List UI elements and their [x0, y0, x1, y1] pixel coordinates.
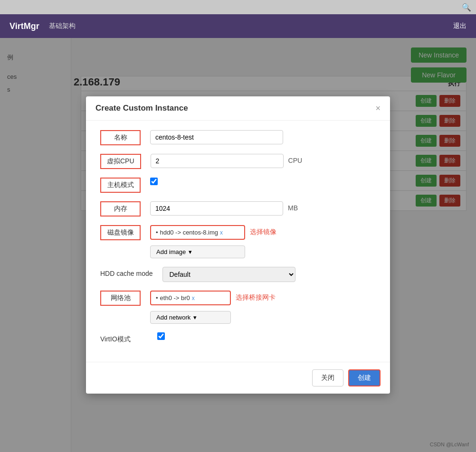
add-image-label: Add image	[156, 248, 186, 255]
name-label: 名称	[100, 130, 141, 145]
modal-close-button[interactable]: ×	[375, 104, 381, 113]
host-mode-label: 主机模式	[100, 178, 141, 193]
modal-close-footer-button[interactable]: 关闭	[312, 369, 343, 386]
form-row-network: 网络池 • eth0 -> br0 x Add network ▾ 选择桥接	[100, 291, 376, 324]
browser-bar: 🔍	[0, 0, 476, 14]
modal-title: Create Custom Instance	[95, 104, 188, 113]
disk-tag-text: hdd0 -> centos-8.img	[160, 229, 218, 236]
hdd-cache-label: HDD cache mode	[100, 267, 153, 277]
cpu-label: 虚拟CPU	[100, 154, 141, 169]
network-dropdown-arrow-icon: ▾	[193, 314, 197, 321]
logout-button[interactable]: 退出	[453, 22, 466, 30]
nav-item-infrastructure[interactable]: 基础架构	[49, 22, 76, 30]
network-tag-remove-icon[interactable]: x	[192, 295, 195, 301]
form-row-disk: 磁盘镜像 • hdd0 -> centos-8.img x Add image …	[100, 225, 376, 258]
disk-tag-area: • hdd0 -> centos-8.img x	[150, 225, 245, 240]
network-label: 网络池	[100, 291, 141, 306]
host-mode-checkbox[interactable]	[150, 178, 158, 185]
form-row-host-mode: 主机模式	[100, 178, 376, 193]
modal-header: Create Custom Instance ×	[86, 96, 390, 121]
memory-label: 内存	[100, 201, 141, 217]
hdd-cache-select[interactable]: Default none writeback writethrough	[162, 267, 295, 282]
network-tag-text: eth0 -> br0	[160, 294, 190, 301]
form-row-hdd-cache: HDD cache mode Default none writeback wr…	[100, 267, 376, 282]
name-input[interactable]	[150, 130, 283, 144]
form-row-cpu: 虚拟CPU CPU	[100, 154, 376, 169]
add-network-button[interactable]: Add network ▾	[150, 311, 231, 324]
modal-body: 名称 虚拟CPU CPU 主机模式 内存 MB 磁盘镜像	[86, 121, 390, 362]
network-tag-area: • eth0 -> br0 x	[150, 291, 231, 305]
form-row-virtio: VirtIO模式	[100, 332, 376, 344]
cpu-input[interactable]	[151, 154, 284, 168]
network-tag-item: • eth0 -> br0 x	[156, 294, 195, 301]
create-instance-modal: Create Custom Instance × 名称 虚拟CPU CPU 主机…	[86, 96, 390, 394]
app-header: VirtMgr 基础架构 退出	[0, 14, 476, 38]
app-logo: VirtMgr	[10, 21, 39, 31]
bullet-icon: •	[156, 294, 158, 301]
virtio-checkbox[interactable]	[157, 332, 165, 340]
form-row-name: 名称	[100, 130, 376, 145]
dropdown-arrow-icon: ▾	[189, 248, 192, 255]
select-bridge-nic-link[interactable]: 选择桥接网卡	[236, 291, 276, 302]
memory-input[interactable]	[150, 201, 283, 216]
search-icon[interactable]: 🔍	[462, 3, 471, 12]
form-row-memory: 内存 MB	[100, 201, 376, 217]
memory-suffix: MB	[288, 201, 298, 212]
disk-tag-item: • hdd0 -> centos-8.img x	[156, 229, 223, 236]
disk-tag-remove-icon[interactable]: x	[220, 229, 223, 236]
virtio-label: VirtIO模式	[100, 332, 148, 344]
cpu-suffix: CPU	[288, 154, 303, 164]
modal-create-footer-button[interactable]: 创建	[348, 369, 381, 386]
disk-label: 磁盘镜像	[100, 225, 141, 240]
main-content: 例 ces s 2.168.179 New Instance New Flavo…	[0, 38, 476, 452]
add-image-button[interactable]: Add image ▾	[150, 245, 245, 258]
modal-footer: 关闭 创建	[86, 362, 390, 394]
select-image-link[interactable]: 选择镜像	[250, 225, 276, 236]
bullet-icon: •	[156, 229, 158, 236]
add-network-label: Add network	[156, 314, 190, 321]
